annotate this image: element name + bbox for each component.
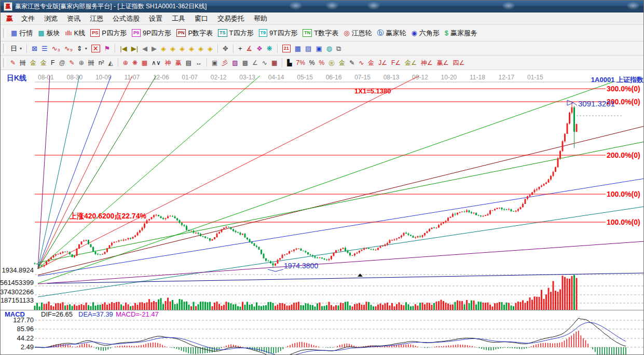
angle-j-tool[interactable]: J∠ — [376, 59, 389, 67]
percent-line-tool[interactable]: % — [317, 59, 326, 67]
angle-ying-tool[interactable]: 赢∠ — [435, 59, 451, 67]
wave-9-icon[interactable]: ∿₉ — [62, 44, 75, 53]
gann-arrow-all-button[interactable]: ◈ — [205, 44, 215, 53]
candle-style-selector[interactable]: ⇕▾ — [75, 44, 89, 53]
hatch-grid-2-tool[interactable]: 卌 — [86, 59, 97, 67]
report-view-button[interactable]: ▤ — [303, 44, 313, 53]
info-list-icon[interactable]: ☰ — [39, 44, 50, 53]
pen-mark-tool[interactable]: ✎ — [347, 59, 357, 67]
red-crosshair-tool[interactable]: ⊕ — [121, 59, 130, 67]
menu-news[interactable]: 资讯 — [62, 13, 85, 24]
calendar-21-button[interactable]: 21 — [280, 44, 293, 53]
go-last-button[interactable]: ▶| — [129, 44, 140, 53]
red-wave-tool[interactable]: ∿ — [357, 59, 366, 67]
pencil-tool[interactable]: ✎ — [8, 59, 18, 67]
ruler-123-tool[interactable]: ▤ — [184, 59, 194, 67]
p-number-table-button[interactable]: PNP数字表 — [174, 28, 215, 39]
gann-arrow-right-button[interactable]: ◈ — [168, 44, 177, 53]
9p-square-button[interactable]: P99P四方形 — [129, 28, 174, 39]
menu-tools[interactable]: 工具 — [167, 13, 190, 24]
mini-angle-tool[interactable]: ∠ — [250, 59, 260, 67]
gann-wheel-button[interactable]: ◎江恩轮 — [341, 28, 374, 39]
app-menu-icon[interactable]: 赢 — [3, 14, 17, 23]
pan-hand-tool[interactable]: ✥ — [221, 44, 230, 53]
angle-f-tool[interactable]: F∠ — [389, 59, 403, 67]
gann-arrow-compress-button[interactable]: ◈ — [187, 44, 196, 53]
winner-wheel-button[interactable]: ⓑ赢家轮 — [375, 28, 409, 39]
menu-browse[interactable]: 浏览 — [39, 13, 62, 24]
fib-f-tool[interactable]: F — [49, 59, 57, 67]
p-square-button[interactable]: PSP四方形 — [88, 28, 129, 39]
menu-trade-order[interactable]: 交易委托 — [213, 13, 249, 24]
t-square-button[interactable]: TST四方形 — [215, 28, 256, 39]
angle-gold-tool[interactable]: 金∠ — [403, 59, 419, 67]
calculator-button[interactable]: ▦ — [293, 44, 303, 53]
hexagon-button[interactable]: ◉六角形 — [409, 28, 442, 39]
zigzag-tool[interactable]: ∧∨ — [149, 59, 163, 67]
sector-blocks-button[interactable]: ▩板块 — [35, 28, 62, 39]
spider-web-tool[interactable]: ❋ — [130, 59, 140, 67]
chart-area[interactable]: 日K线08-0108-3010-0911-0712-0601-0702-1203… — [1, 70, 644, 355]
gann-net-icon[interactable]: ⊠ — [30, 44, 39, 53]
histogram-tool[interactable]: ▙ — [285, 59, 294, 67]
delete-drawings-button[interactable]: ✕ — [89, 44, 102, 53]
shen-grid-tool[interactable]: 神 — [163, 59, 173, 67]
mirror-tool[interactable]: ◭ — [106, 59, 115, 67]
gann-shape-tool[interactable]: ❖ — [254, 44, 265, 53]
period-day-selector-dropdown-arrow-icon[interactable]: ▾ — [20, 46, 22, 51]
toolbar-grip[interactable] — [3, 29, 6, 38]
k-line-button[interactable]: ıllıK线 — [63, 28, 88, 39]
seven-percent-tool[interactable]: 7% — [294, 59, 307, 67]
wave-3-icon[interactable]: ∿₃ — [50, 44, 62, 53]
t-number-table-button[interactable]: TNT数字表 — [300, 28, 341, 39]
9t-square-button[interactable]: T99T四方形 — [256, 28, 300, 39]
spiral-tool[interactable]: @ — [57, 59, 67, 67]
menu-window[interactable]: 窗口 — [190, 13, 213, 24]
period-day-selector[interactable]: 日▾ — [8, 44, 24, 53]
red-fan-tool[interactable]: 彡 — [220, 59, 230, 67]
box-select-tool[interactable]: ▣ — [210, 59, 220, 67]
width-measure-tool[interactable]: ↔ — [194, 59, 204, 67]
gann-arrow-expand-button[interactable]: ◈ — [177, 44, 187, 53]
angle-shen-tool[interactable]: 神∠ — [419, 59, 435, 67]
menu-file[interactable]: 文件 — [17, 13, 39, 24]
kline-chart-canvas[interactable]: 日K线08-0108-3010-0911-0712-0601-0702-1203… — [1, 70, 644, 355]
ying-grid-tool[interactable]: 赢 — [173, 59, 184, 67]
percent-tool[interactable]: % — [307, 59, 317, 67]
menu-settings[interactable]: 设置 — [144, 13, 167, 24]
step-forward-button[interactable]: ▶ — [149, 44, 159, 53]
gold-lines-tool[interactable]: 金 — [337, 59, 347, 67]
fan-dark-tool[interactable]: ▩ — [240, 59, 250, 67]
dense-grid-tool[interactable]: ▦ — [269, 59, 279, 67]
save-button[interactable]: ▣ — [313, 44, 324, 53]
gold-square-b-tool[interactable]: 金 — [38, 59, 49, 67]
web-link-button[interactable]: ◍ — [324, 44, 334, 53]
crosshair-tool[interactable]: + — [236, 44, 244, 53]
toolbar-grip[interactable] — [3, 44, 6, 53]
menu-help[interactable]: 帮助 — [249, 13, 272, 24]
candle-style-selector-dropdown-arrow-icon[interactable]: ▾ — [85, 46, 87, 51]
angle-measure-tool[interactable]: ∡ — [244, 44, 255, 53]
gold-square-a-tool[interactable]: 金 — [28, 59, 38, 67]
wave-line-tool[interactable]: ∿ — [260, 59, 269, 67]
step-back-button[interactable]: ◀ — [140, 44, 149, 53]
red-gold-line-tool[interactable]: 金 — [366, 59, 376, 67]
winner-service-button[interactable]: $赢家服务 — [442, 28, 480, 39]
gann-arrow-left-button[interactable]: ◈ — [159, 44, 168, 53]
print-button[interactable]: ⧉ — [334, 44, 343, 53]
menu-gann[interactable]: 江恩 — [85, 13, 108, 24]
fan-box-tool[interactable]: ▨ — [230, 59, 240, 67]
market-quotes-button[interactable]: ▦行情 — [8, 28, 35, 39]
go-first-button[interactable]: |◀ — [118, 44, 129, 53]
n-squared-tool[interactable]: n² — [97, 59, 106, 67]
red-grid-tool[interactable]: ▦ — [140, 59, 149, 67]
toolbar-grip[interactable] — [3, 58, 6, 67]
mind-tool[interactable]: ❋ — [265, 44, 275, 53]
gann-arrow-vertical-button[interactable]: ◈ — [196, 44, 205, 53]
flag-marker-button[interactable]: ⚑ — [102, 44, 113, 53]
menu-formula-picker[interactable]: 公式选股 — [108, 13, 144, 24]
pencil-grid-tool[interactable]: ✎ — [67, 59, 77, 67]
gold-circle-tool[interactable]: ㊎ — [326, 59, 337, 67]
circle-arc-tool[interactable]: ⊕ — [77, 59, 86, 67]
angle-si-tool[interactable]: 四∠ — [450, 59, 467, 67]
